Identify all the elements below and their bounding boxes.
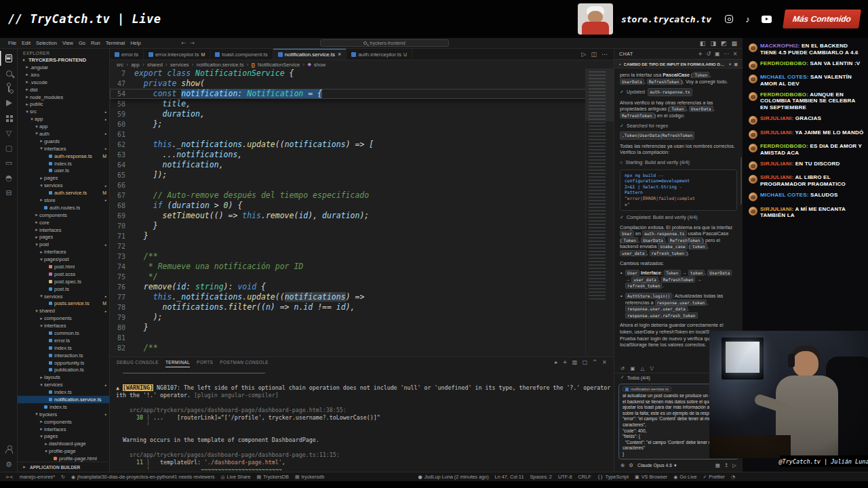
menu-run[interactable]: Run — [91, 40, 100, 46]
breadcrumb-src[interactable]: src — [117, 62, 123, 68]
more-options-icon[interactable]: ⋯ — [724, 51, 730, 57]
chat-tool-row[interactable]: ✓Updated auth-response.ts — [620, 88, 737, 96]
breadcrumb-services[interactable]: services — [170, 62, 189, 68]
indentation[interactable]: Spaces: 2 — [530, 474, 551, 480]
run-debug-icon[interactable] — [0, 96, 18, 110]
file-publication-ts[interactable]: publication.ts — [18, 367, 109, 374]
go-live[interactable]: ◉Go Live — [673, 474, 696, 480]
database-icon[interactable]: ⊟ — [0, 185, 18, 200]
folder-services[interactable]: ▾services● — [18, 293, 109, 300]
breadcrumb-notificationservice[interactable]: NotificationService — [258, 62, 300, 68]
avatar[interactable] — [749, 207, 757, 216]
file-index-ts[interactable]: index.ts — [18, 344, 109, 352]
breadcrumb-notification-service-ts[interactable]: notification.service.ts — [197, 62, 244, 68]
folder-dist[interactable]: ▸dist — [18, 86, 109, 94]
live-share-item[interactable]: ◎Live Share — [220, 474, 250, 480]
folder-dashboard-page[interactable]: ▸dashboard-page — [18, 440, 109, 447]
folder-public[interactable]: ▸public — [18, 100, 109, 108]
remote-indicator[interactable]: >< — [5, 474, 14, 480]
folder-components[interactable]: ▸components — [18, 418, 109, 426]
shell-select-icon[interactable]: ▸ — [555, 359, 557, 365]
thumbs-up-icon[interactable]: △ — [640, 365, 644, 371]
chat-tool-row[interactable]: ○Starting: Build and verify (4/4) — [620, 159, 737, 166]
more-actions-icon[interactable]: ⋯ — [601, 51, 608, 58]
application-builder-section[interactable]: ▸ APPLICATION BUILDER — [18, 462, 109, 472]
avatar[interactable] — [749, 116, 757, 125]
kiro-icon[interactable]: ◓ — [0, 170, 18, 185]
folder-components[interactable]: ▸components — [18, 314, 109, 322]
panel-tab-terminal[interactable]: TERMINAL — [165, 357, 190, 367]
file-post-ts[interactable]: post.ts — [18, 285, 109, 293]
username[interactable]: FERDROIDBOBO: — [760, 143, 810, 149]
folder-core[interactable]: ▸core — [18, 219, 109, 226]
remote-explorer-icon[interactable]: ▭ — [0, 155, 18, 170]
folder-interfaces[interactable]: ▸interfaces — [18, 248, 109, 256]
maximize-panel-icon[interactable]: ^ — [593, 359, 597, 365]
tab-toast-component-ts[interactable]: toast.component.ts — [210, 49, 273, 60]
breadcrumb-app[interactable]: app — [131, 62, 140, 68]
avatar[interactable] — [749, 75, 757, 83]
username[interactable]: MICHAEL COTES: — [760, 192, 810, 198]
file-post-html[interactable]: post.html — [18, 263, 109, 270]
tiktok-icon[interactable]: ♪ — [743, 14, 753, 24]
username[interactable]: SIRJULIANI: — [760, 206, 795, 212]
menu-view[interactable]: View — [62, 40, 73, 46]
context-chip[interactable]: notification.service.ts — [623, 386, 671, 392]
open-in-editor-icon[interactable]: ▣ — [734, 62, 738, 66]
folder-vscode[interactable]: ▸.vscode — [18, 79, 109, 86]
cursor-position[interactable]: Ln 47, Col 11 — [495, 474, 524, 480]
folder-pages-post[interactable]: ▾pages\post — [18, 256, 109, 263]
run-file-icon[interactable]: ▷ — [582, 51, 587, 58]
split-terminal-icon[interactable]: ▥ — [572, 359, 578, 365]
file-auth-service-ts[interactable]: auth.service.tsM — [18, 189, 109, 197]
split-editor-icon[interactable]: ◫ — [591, 51, 597, 58]
file-posts-service-ts[interactable]: posts.service.tsM — [18, 300, 109, 308]
username[interactable]: MICHAEL COTES: — [760, 74, 810, 80]
breadcrumb-shared[interactable]: shared — [147, 62, 163, 68]
close-panel-icon[interactable]: × — [602, 359, 607, 365]
folder-auth[interactable]: ▾auth● — [18, 130, 109, 138]
panel-tab-debug-console[interactable]: DEBUG CONSOLE — [117, 357, 159, 367]
folder-tryckers[interactable]: ▾tryckers● — [18, 411, 109, 418]
tab-notification-service-ts[interactable]: notification.service.ts× — [273, 49, 347, 60]
username[interactable]: SIRJULIANI: — [760, 115, 795, 121]
git-branch-item[interactable]: manejo-errores* — [20, 474, 55, 480]
panel-tab-postman-console[interactable]: POSTMAN CONSOLE — [220, 357, 269, 367]
folder-interfaces[interactable]: ▸interfaces — [18, 426, 109, 433]
notifications-bell[interactable]: ◔ — [731, 474, 735, 480]
collapse-icon[interactable]: ▾ — [729, 62, 731, 66]
language-mode[interactable]: {}TypeScript — [597, 474, 629, 480]
avatar[interactable] — [749, 144, 757, 152]
testing-icon[interactable]: ▽ — [0, 125, 18, 140]
tab-error-ts[interactable]: error.ts — [110, 49, 144, 60]
tab-error-interceptor-ts[interactable]: error.interceptor.tsM — [144, 49, 210, 60]
close-panel-icon[interactable]: × — [733, 51, 738, 57]
folder-interfaces[interactable]: ▾interfaces● — [18, 145, 109, 152]
settings-icon[interactable]: ⚙ — [0, 457, 18, 472]
retry-icon[interactable]: ↺ — [620, 365, 625, 371]
file-index-ts[interactable]: index.ts — [18, 388, 109, 396]
blame-item[interactable]: ●JudLup Luna (2 minutes ago) — [418, 474, 489, 480]
sync-item[interactable]: ↻ — [61, 474, 65, 480]
file-common-ts[interactable]: common.ts — [18, 329, 109, 337]
folder-src[interactable]: ▾src● — [18, 108, 109, 115]
back-icon[interactable]: ← — [182, 40, 186, 46]
folder-services[interactable]: ▾services● — [18, 182, 109, 189]
folder-services[interactable]: ▾services● — [18, 381, 109, 388]
folder-shared[interactable]: ▾shared● — [18, 307, 109, 314]
more-content-button[interactable]: Más Contenido — [783, 9, 861, 28]
chat-history-icon[interactable]: ↺ — [707, 51, 711, 57]
file-opportunity-ts[interactable]: opportunity.ts — [18, 359, 109, 367]
avatar[interactable] — [749, 161, 757, 170]
extensions-icon[interactable] — [0, 110, 18, 125]
avatar[interactable] — [749, 175, 757, 184]
folder-app[interactable]: ▾app — [18, 123, 109, 130]
menu-help[interactable]: Help — [130, 40, 140, 46]
layout-toggle-icon[interactable]: ▦ — [715, 462, 720, 468]
chat-session-bar[interactable]: ‹ CAMBIO DE TIPO DE INPUT EN FORMULARIO … — [614, 59, 743, 68]
folder-interfaces[interactable]: ▸interfaces — [18, 226, 109, 234]
avatar[interactable] — [749, 43, 757, 52]
folder-node-modules[interactable]: ▸node_modules — [18, 94, 109, 101]
avatar[interactable] — [749, 92, 757, 101]
docker-icon[interactable]: ▢ — [0, 140, 18, 155]
